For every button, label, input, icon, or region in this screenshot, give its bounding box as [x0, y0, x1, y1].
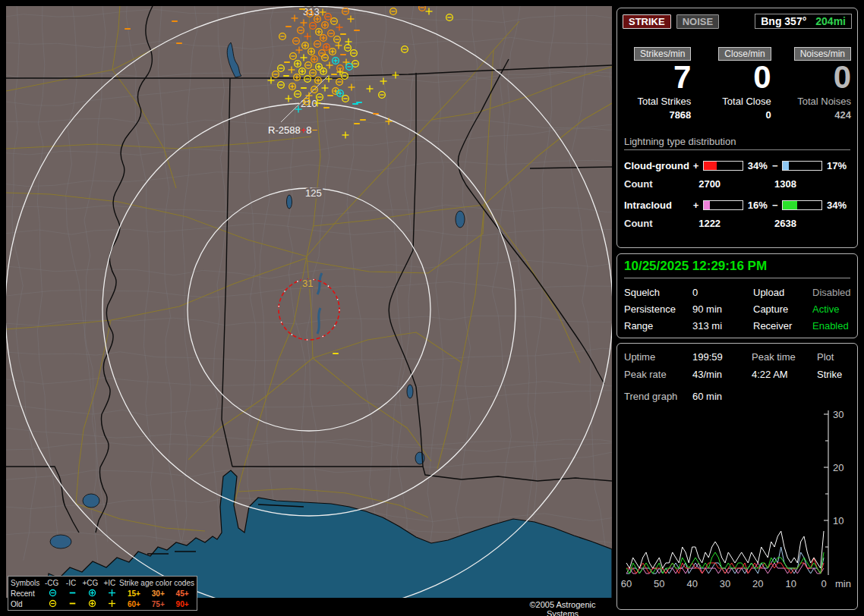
peak-rate-label: Peak rate	[624, 369, 692, 380]
age-code-60+: 60+	[122, 600, 147, 608]
legend-symbols-header: Symbols	[11, 579, 42, 587]
cm-symbol	[43, 599, 62, 610]
close-per-min-value: 0	[697, 61, 771, 94]
legend-row-recent: Recent 15+30+45+	[11, 588, 194, 599]
legend-age-header: Strike age color codes	[119, 579, 194, 587]
svg-text:0: 0	[821, 578, 826, 589]
pos-ic-percent: 16%	[746, 200, 771, 211]
receiver-status: Enabled	[812, 320, 851, 332]
bearing-readout: Bng 357° 204mi	[755, 14, 852, 29]
total-noises-label: Total Noises	[777, 96, 851, 107]
legend-row-old: Old 60+75+90+	[11, 599, 194, 609]
total-strikes-value: 7868	[617, 109, 691, 121]
age-code-90+: 90+	[170, 600, 194, 608]
count-label: Count	[624, 218, 698, 229]
plus-sign: +	[692, 160, 700, 171]
strikes-column: Strikes/min 7 Total Strikes 7868	[617, 47, 697, 121]
m-symbol	[62, 599, 82, 610]
upload-label: Upload	[753, 287, 812, 298]
trend-graph-label: Trend graph	[624, 391, 692, 402]
total-close-label: Total Close	[697, 96, 771, 107]
svg-text:min: min	[835, 578, 851, 589]
pos-ic-bar	[703, 200, 743, 210]
status-panel: 10/25/2025 12:29:16 PM Squelch 0 Upload …	[616, 253, 858, 338]
noises-column: Noises/min 0 Total Noises 424	[777, 47, 857, 121]
peak-time-label: Peak time	[752, 351, 817, 363]
range-label: Range	[624, 320, 692, 332]
pos-ic-count: 1222	[698, 218, 774, 229]
total-noises-value: 424	[777, 109, 851, 121]
app-window: 31321012531 R-2588+8− Symbols -CG -IC +C…	[0, 0, 864, 616]
strike-toggle-button[interactable]: STRIKE	[623, 14, 671, 29]
svg-text:20: 20	[833, 462, 844, 473]
total-close-value: 0	[697, 109, 771, 121]
plot-mode-value: Strike	[817, 369, 850, 380]
noises-per-min-value: 0	[777, 61, 851, 94]
strike-stats-panel: STRIKE NOISE Bng 357° 204mi Strikes/min …	[616, 8, 858, 248]
type-distribution: Lightning type distribution Cloud-ground…	[624, 136, 850, 229]
svg-text:30: 30	[720, 578, 730, 589]
bearing-range-value: 204mi	[815, 15, 846, 27]
m-symbol	[62, 588, 82, 599]
p-symbol	[102, 599, 122, 610]
svg-text:10: 10	[785, 578, 796, 589]
bearing-value: Bng 357°	[761, 15, 806, 27]
squelch-label: Squelch	[624, 287, 692, 298]
svg-text:125: 125	[305, 187, 322, 199]
neg-cg-bar	[782, 161, 822, 171]
noise-toggle-button[interactable]: NOISE	[676, 14, 719, 29]
pos-cg-bar	[703, 161, 743, 171]
svg-text:R-2588+8−: R-2588+8−	[268, 124, 317, 136]
map-viewport[interactable]: 31321012531 R-2588+8−	[6, 6, 612, 598]
copyright: ©2005 Astrogenic Systems	[512, 599, 613, 616]
svg-text:60: 60	[621, 578, 632, 589]
age-code-15+: 15+	[122, 589, 147, 598]
distribution-title: Lightning type distribution	[624, 136, 850, 150]
intracloud-row: Intracloud + 16% − 34%	[624, 200, 850, 211]
legend-pos-ic-header: +IC	[100, 579, 119, 587]
capture-status: Active	[812, 303, 851, 315]
neg-ic-bar	[782, 200, 822, 210]
minus-sign: −	[771, 200, 779, 211]
count-label: Count	[624, 178, 698, 190]
neg-ic-percent: 34%	[825, 200, 850, 211]
svg-text:31: 31	[302, 278, 313, 289]
datetime-display: 10/25/2025 12:29:16 PM	[624, 259, 850, 278]
cloud-ground-label: Cloud-ground	[624, 160, 692, 171]
trend-graph-window: 60 min	[692, 391, 850, 402]
pos-cg-count: 2700	[698, 178, 774, 190]
legend-neg-ic-header: -IC	[61, 579, 80, 587]
intracloud-label: Intracloud	[624, 200, 692, 211]
legend-recent-label: Recent	[11, 589, 43, 598]
plus-sign: +	[692, 200, 700, 211]
plot-label: Plot	[817, 351, 850, 363]
strikes-per-min-value: 7	[617, 61, 691, 94]
p-symbol	[102, 588, 122, 599]
neg-cg-count: 1308	[774, 178, 850, 190]
cloud-ground-counts: Count 2700 1308	[624, 178, 850, 190]
neg-cg-percent: 17%	[825, 160, 850, 171]
svg-text:30: 30	[833, 409, 844, 420]
neg-ic-count: 2638	[774, 218, 850, 229]
trend-panel: Uptime 199:59 Peak time Plot Peak rate 4…	[616, 343, 858, 610]
svg-text:10: 10	[833, 515, 844, 526]
cp-symbol	[82, 599, 102, 610]
intracloud-counts: Count 1222 2638	[624, 218, 850, 229]
range-value: 313 mi	[692, 320, 753, 332]
age-code-45+: 45+	[170, 589, 194, 598]
receiver-label: Receiver	[753, 320, 812, 332]
age-code-75+: 75+	[146, 600, 170, 608]
svg-text:20: 20	[752, 578, 763, 589]
lightning-map: 31321012531 R-2588+8−	[6, 6, 612, 598]
cm-symbol	[43, 588, 62, 599]
total-strikes-label: Total Strikes	[617, 96, 691, 107]
uptime-value: 199:59	[692, 351, 752, 363]
uptime-label: Uptime	[624, 351, 692, 363]
svg-text:40: 40	[686, 578, 697, 589]
squelch-value: 0	[692, 287, 753, 298]
capture-label: Capture	[753, 303, 812, 315]
peak-rate-value: 43/min	[692, 369, 752, 380]
minus-sign: −	[771, 160, 779, 171]
cloud-ground-row: Cloud-ground + 34% − 17%	[624, 160, 850, 171]
strike-rate-trend-chart: 1020306050403020100min	[619, 404, 857, 602]
